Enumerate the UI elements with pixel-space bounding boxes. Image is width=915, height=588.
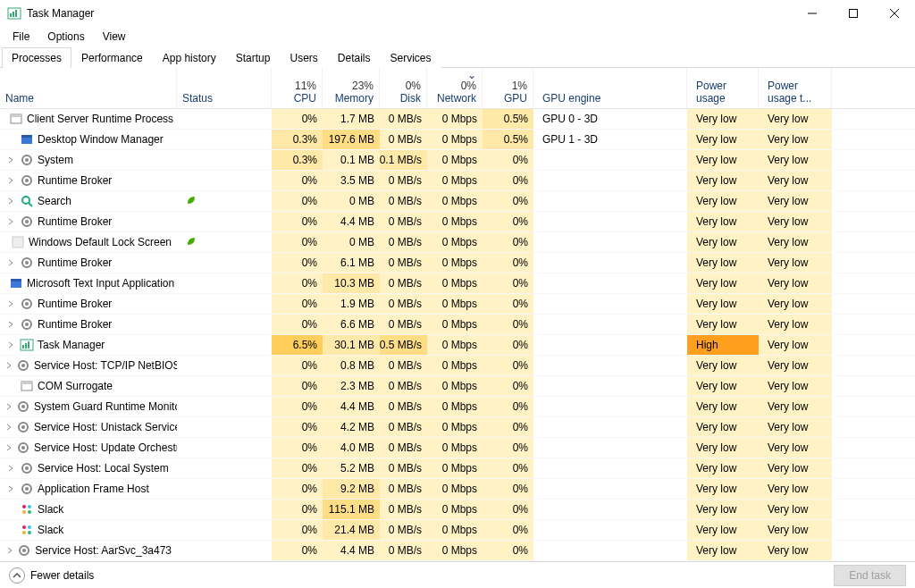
process-row[interactable]: Runtime Broker0%6.1 MB0 MB/s0 Mbps0%Very… [0,253,915,273]
memory-cell: 4.2 MB [323,417,380,437]
process-row[interactable]: Service Host: Local System0%5.2 MB0 MB/s… [0,458,915,479]
col-disk[interactable]: 0%Disk [380,68,427,108]
svg-point-54 [28,531,31,534]
svg-rect-9 [11,114,21,117]
tab-processes[interactable]: Processes [2,47,71,68]
power-cell: Very low [687,397,759,416]
expand-icon[interactable] [5,403,13,410]
network-cell: 0 Mbps [427,315,483,334]
gpu-engine-cell [533,232,687,252]
gpu-cell: 0% [483,458,533,478]
process-row[interactable]: Runtime Broker0%6.6 MB0 MB/s0 Mbps0%Very… [0,315,915,335]
process-name-cell: Slack [0,520,177,540]
process-row[interactable]: Application Frame Host0%9.2 MB0 MB/s0 Mb… [0,479,915,500]
fewer-details-toggle[interactable]: Fewer details [9,567,94,584]
cpu-cell: 0% [272,458,323,478]
expand-icon[interactable] [5,259,16,266]
status-cell [177,191,272,211]
status-cell [177,417,272,437]
col-name[interactable]: Name [0,68,177,108]
col-cpu[interactable]: 11%CPU [272,68,323,108]
menu-file[interactable]: File [5,29,37,45]
expand-icon[interactable] [5,177,16,184]
process-row[interactable]: System Guard Runtime Monitor...0%4.4 MB0… [0,397,915,417]
process-row[interactable]: Windows Default Lock Screen0%0 MB0 MB/s0… [0,232,915,253]
process-row[interactable]: Client Server Runtime Process0%1.7 MB0 M… [0,109,915,130]
gpu-cell: 0% [483,171,533,190]
expand-icon[interactable] [5,465,16,472]
col-memory[interactable]: 23%Memory [323,68,380,108]
process-row[interactable]: COM Surrogate0%2.3 MB0 MB/s0 Mbps0%Very … [0,376,915,397]
tab-app-history[interactable]: App history [153,47,226,68]
process-icon [20,317,34,332]
process-row[interactable]: Service Host: AarSvc_3a4730%4.4 MB0 MB/s… [0,541,915,561]
process-row[interactable]: Search0%0 MB0 MB/s0 Mbps0%Very lowVery l… [0,191,915,212]
process-name: COM Surrogate [38,380,113,392]
cpu-cell: 0% [272,479,323,499]
col-power-usage[interactable]: Power usage [687,68,759,108]
column-headers: Name Status 11%CPU 23%Memory 0%Disk 0%Ne… [0,68,915,109]
power-cell: Very low [687,232,759,252]
tab-services[interactable]: Services [381,47,441,68]
col-power-trend[interactable]: Power usage t... [759,68,832,108]
process-rows[interactable]: Client Server Runtime Process0%1.7 MB0 M… [0,109,915,561]
expand-icon[interactable] [5,218,16,225]
gpu-cell: 0% [483,397,533,416]
process-row[interactable]: System0.3%0.1 MB0.1 MB/s0 Mbps0%Very low… [0,150,915,171]
status-cell [177,232,272,252]
power-trend-cell: Very low [759,150,832,170]
expand-icon[interactable] [5,362,13,369]
disk-cell: 0 MB/s [380,458,427,478]
col-gpu-engine[interactable]: GPU engine [533,68,687,108]
minimize-button[interactable] [792,0,833,27]
chevron-up-icon [9,567,25,584]
process-icon [20,502,34,517]
gpu-cell: 0% [483,150,533,170]
memory-cell: 115.1 MB [323,500,380,519]
process-row[interactable]: Runtime Broker0%1.9 MB0 MB/s0 Mbps0%Very… [0,294,915,315]
expand-icon[interactable] [5,341,16,349]
process-row[interactable]: Runtime Broker0%4.4 MB0 MB/s0 Mbps0%Very… [0,212,915,232]
tab-users[interactable]: Users [280,47,327,68]
col-gpu[interactable]: 1%GPU [483,68,533,108]
maximize-button[interactable] [833,0,874,27]
menu-view[interactable]: View [96,29,133,45]
end-task-button[interactable]: End task [834,565,906,586]
status-cell [177,109,272,129]
expand-icon[interactable] [5,547,13,554]
tab-performance[interactable]: Performance [71,47,153,68]
expand-icon[interactable] [5,156,16,164]
expand-icon[interactable] [5,197,16,205]
expand-icon[interactable] [5,300,16,307]
expand-icon[interactable] [5,444,13,451]
col-status[interactable]: Status [177,68,272,108]
network-cell: 0 Mbps [427,191,483,211]
process-icon [20,132,34,147]
process-icon [17,543,31,558]
expand-icon[interactable] [5,485,16,492]
expand-icon[interactable] [5,424,13,431]
process-row[interactable]: Microsoft Text Input Application0%10.3 M… [0,273,915,294]
tab-details[interactable]: Details [328,47,381,68]
process-row[interactable]: Runtime Broker0%3.5 MB0 MB/s0 Mbps0%Very… [0,171,915,191]
process-row[interactable]: Slack0%115.1 MB0 MB/s0 Mbps0%Very lowVer… [0,500,915,520]
process-row[interactable]: Service Host: Update Orchestrat...0%4.0 … [0,438,915,458]
disk-cell: 0 MB/s [380,232,427,252]
cpu-cell: 0% [272,232,323,252]
power-trend-cell: Very low [759,253,832,273]
svg-point-52 [28,525,31,529]
process-row[interactable]: Task Manager6.5%30.1 MB0.5 MB/s0 Mbps0%H… [0,335,915,356]
expand-icon[interactable] [5,321,16,328]
gpu-engine-cell [533,315,687,334]
tab-startup[interactable]: Startup [226,47,281,68]
process-row[interactable]: Service Host: Unistack Service G...0%4.2… [0,417,915,438]
process-row[interactable]: Service Host: TCP/IP NetBIOS H...0%0.8 M… [0,356,915,376]
process-row[interactable]: Desktop Window Manager0.3%197.6 MB0 MB/s… [0,130,915,150]
menu-options[interactable]: Options [40,29,91,45]
process-icon [9,276,23,290]
col-network[interactable]: 0%Network⌄ [427,68,483,108]
close-button[interactable] [874,0,915,27]
process-row[interactable]: Slack0%21.4 MB0 MB/s0 Mbps0%Very lowVery… [0,520,915,541]
power-trend-cell: Very low [759,315,832,334]
gpu-cell: 0% [483,500,533,519]
